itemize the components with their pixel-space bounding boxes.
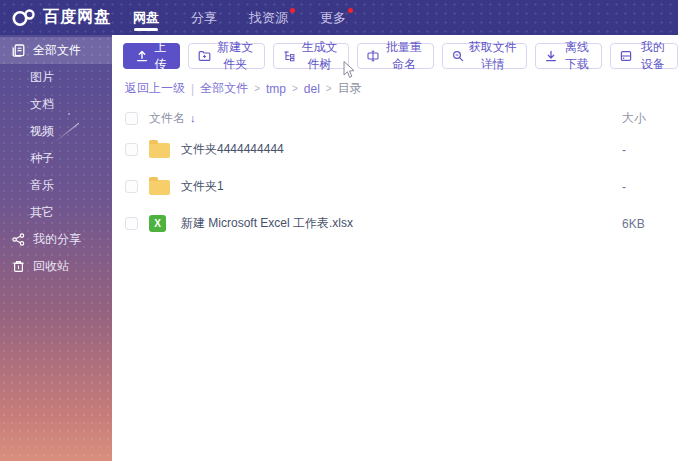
breadcrumb-separator: > (292, 83, 298, 94)
all-files-icon (11, 44, 25, 58)
batch-rename-button[interactable]: 批量重命名 (357, 43, 433, 69)
row-checkbox[interactable] (125, 217, 138, 230)
top-navbar: 百度网盘 网盘 分享 找资源 更多 (0, 0, 678, 35)
sidebar-item-videos[interactable]: 视频 (0, 118, 112, 145)
tab-more[interactable]: 更多 (320, 0, 346, 35)
notification-badge-dot (348, 8, 353, 13)
offline-download-button[interactable]: 离线下载 (535, 43, 603, 69)
breadcrumb: 返回上一级 | 全部文件 > tmp > del > 目录 (112, 69, 678, 97)
breadcrumb-divider: | (191, 82, 194, 96)
upload-button[interactable]: 上传 (123, 43, 180, 69)
breadcrumb-back-link[interactable]: 返回上一级 (125, 80, 185, 97)
new-folder-icon (198, 50, 211, 62)
file-name[interactable]: 新建 Microsoft Excel 工作表.xlsx (181, 215, 622, 232)
sidebar-item-all-files[interactable]: 全部文件 (0, 37, 112, 64)
breadcrumb-separator: > (254, 83, 260, 94)
sidebar-item-others[interactable]: 其它 (0, 199, 112, 226)
generate-file-tree-button[interactable]: 生成文件树 (273, 43, 349, 69)
upload-icon (136, 50, 148, 62)
file-name[interactable]: 文件夹1 (181, 178, 622, 195)
my-devices-icon (620, 50, 632, 62)
file-details-icon (452, 50, 464, 62)
file-name[interactable]: 文件夹4444444444 (181, 141, 622, 158)
share-icon (11, 233, 25, 247)
toolbar: 上传 新建文件夹 生成文件树 (112, 35, 678, 69)
file-table-header: 文件名 ↓ 大小 (112, 97, 678, 127)
sidebar-item-my-shares[interactable]: 我的分享 (0, 226, 112, 253)
app-title: 百度网盘 (43, 7, 111, 28)
tab-netdisk[interactable]: 网盘 (133, 0, 159, 35)
row-checkbox[interactable] (125, 180, 138, 193)
sidebar: 全部文件 图片 文档 视频 种子 音乐 其它 我的分享 (0, 35, 112, 461)
new-folder-button[interactable]: 新建文件夹 (188, 43, 265, 69)
breadcrumb-item-all-files[interactable]: 全部文件 (200, 80, 248, 97)
column-header-filename[interactable]: 文件名 (149, 110, 185, 127)
folder-icon (149, 180, 170, 195)
batch-rename-icon (367, 50, 379, 62)
sidebar-item-music[interactable]: 音乐 (0, 172, 112, 199)
sort-desc-icon[interactable]: ↓ (190, 113, 196, 124)
app-logo[interactable]: 百度网盘 (0, 7, 111, 28)
baidu-netdisk-cloud-icon (12, 9, 36, 26)
file-tree-icon (283, 50, 295, 62)
table-row-excel-file[interactable]: X 新建 Microsoft Excel 工作表.xlsx 6KB (112, 209, 678, 238)
tab-find-resources[interactable]: 找资源 (249, 0, 288, 35)
trash-icon (11, 260, 25, 274)
excel-file-icon: X (149, 215, 166, 232)
main-content: 上传 新建文件夹 生成文件树 (112, 35, 678, 461)
breadcrumb-item-current: 目录 (338, 80, 362, 97)
folder-icon (149, 143, 170, 158)
sidebar-item-torrents[interactable]: 种子 (0, 145, 112, 172)
breadcrumb-item-tmp[interactable]: tmp (266, 82, 286, 96)
column-header-size[interactable]: 大小 (622, 110, 678, 127)
breadcrumb-separator: > (326, 83, 332, 94)
table-row-folder-1[interactable]: 文件夹4444444444 - (112, 135, 678, 164)
my-devices-button[interactable]: 我的设备 (610, 43, 678, 69)
get-file-details-button[interactable]: 获取文件详情 (442, 43, 527, 69)
select-all-checkbox[interactable] (125, 112, 138, 125)
tab-share[interactable]: 分享 (191, 0, 217, 35)
sidebar-item-documents[interactable]: 文档 (0, 91, 112, 118)
file-size: - (622, 180, 678, 194)
file-size: - (622, 143, 678, 157)
row-checkbox[interactable] (125, 143, 138, 156)
breadcrumb-item-del[interactable]: del (304, 82, 320, 96)
sidebar-item-recycle-bin[interactable]: 回收站 (0, 253, 112, 280)
nav-tabs: 网盘 分享 找资源 更多 (133, 0, 346, 35)
notification-badge-dot (290, 8, 295, 13)
sidebar-item-pictures[interactable]: 图片 (0, 64, 112, 91)
file-size: 6KB (622, 217, 678, 231)
table-row-folder-2[interactable]: 文件夹1 - (112, 172, 678, 201)
offline-download-icon (545, 50, 557, 62)
